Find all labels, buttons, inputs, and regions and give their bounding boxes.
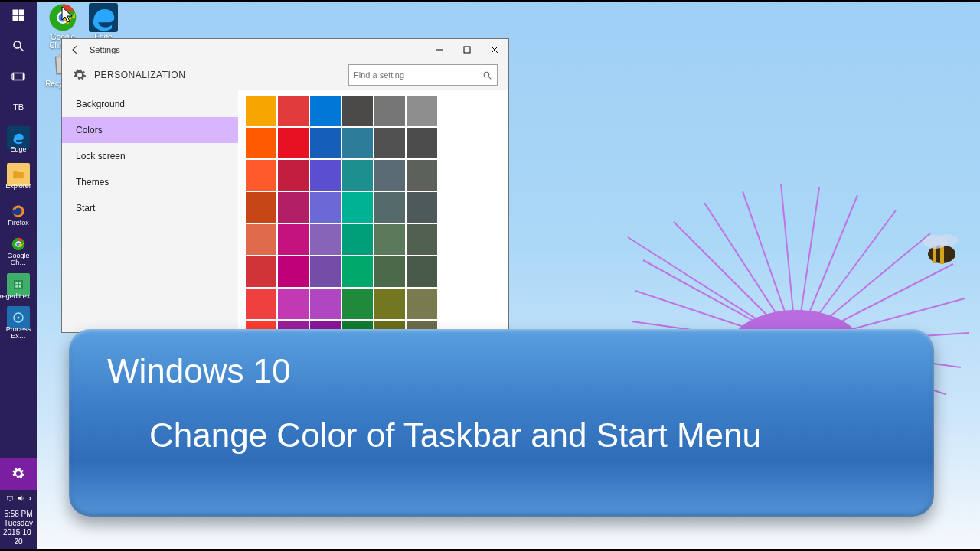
color-swatch-36[interactable] bbox=[246, 289, 276, 319]
regedit-taskbar[interactable]: regedit.ex… bbox=[0, 269, 37, 306]
settings-content bbox=[238, 90, 508, 332]
color-swatch-41[interactable] bbox=[407, 289, 437, 319]
gear-icon bbox=[73, 68, 87, 82]
nav-themes[interactable]: Themes bbox=[62, 169, 238, 195]
nav-background[interactable]: Background bbox=[62, 91, 238, 117]
taskview-button[interactable] bbox=[0, 61, 37, 92]
search-button[interactable] bbox=[0, 31, 37, 61]
color-swatch-39[interactable] bbox=[342, 289, 373, 319]
system-tray[interactable]: › bbox=[0, 490, 37, 507]
settings-header: PERSONALIZATION bbox=[62, 60, 508, 90]
settings-window: Settings PERSONALIZATION Background Colo… bbox=[61, 38, 509, 333]
svg-rect-40 bbox=[14, 280, 23, 289]
procexp-taskbar[interactable]: Process Ex… bbox=[0, 306, 37, 343]
minimize-button[interactable] bbox=[426, 39, 453, 60]
color-swatch-8[interactable] bbox=[310, 128, 341, 158]
color-swatch-5[interactable] bbox=[407, 96, 437, 126]
color-swatch-1[interactable] bbox=[278, 96, 309, 126]
letterbox-top bbox=[0, 0, 980, 2]
svg-rect-42 bbox=[19, 282, 21, 284]
clock-time: 5:58 PM bbox=[0, 510, 37, 519]
volume-icon[interactable] bbox=[17, 494, 26, 503]
color-swatch-0[interactable] bbox=[246, 96, 276, 126]
color-swatch-6[interactable] bbox=[246, 128, 276, 158]
color-swatch-34[interactable] bbox=[374, 256, 405, 287]
mouse-cursor bbox=[61, 6, 75, 24]
firefox-taskbar[interactable]: Firefox bbox=[0, 196, 37, 233]
color-swatch-26[interactable] bbox=[310, 224, 341, 255]
color-swatch-20[interactable] bbox=[310, 192, 341, 223]
color-swatch-12[interactable] bbox=[246, 160, 276, 191]
search-input[interactable] bbox=[354, 70, 482, 80]
svg-rect-30 bbox=[19, 16, 24, 21]
accent-color-grid bbox=[246, 96, 501, 332]
color-swatch-14[interactable] bbox=[310, 160, 341, 191]
color-swatch-2[interactable] bbox=[310, 96, 341, 126]
color-swatch-7[interactable] bbox=[278, 128, 309, 158]
svg-rect-28 bbox=[19, 10, 24, 15]
nav-colors[interactable]: Colors bbox=[62, 117, 238, 143]
color-swatch-13[interactable] bbox=[278, 160, 309, 191]
color-swatch-10[interactable] bbox=[374, 128, 405, 158]
window-title: Settings bbox=[88, 45, 120, 54]
svg-line-32 bbox=[20, 47, 24, 51]
color-swatch-17[interactable] bbox=[407, 160, 437, 191]
back-button[interactable] bbox=[62, 39, 88, 60]
close-button[interactable] bbox=[481, 39, 508, 60]
color-swatch-37[interactable] bbox=[278, 289, 309, 319]
color-swatch-28[interactable] bbox=[374, 224, 405, 255]
color-swatch-38[interactable] bbox=[310, 289, 341, 319]
search-box[interactable] bbox=[348, 64, 498, 86]
clock-day: Tuesday bbox=[0, 519, 37, 528]
chrome-taskbar[interactable]: Google Ch… bbox=[0, 233, 37, 269]
start-button[interactable] bbox=[0, 0, 37, 31]
nav-start[interactable]: Start bbox=[62, 195, 238, 221]
color-swatch-15[interactable] bbox=[342, 160, 373, 191]
color-swatch-19[interactable] bbox=[278, 192, 309, 223]
svg-line-58 bbox=[488, 77, 491, 79]
tb-text[interactable]: TB bbox=[0, 92, 37, 122]
color-swatch-24[interactable] bbox=[246, 224, 276, 255]
clock-date: 2015-10-20 bbox=[0, 528, 37, 546]
svg-rect-54 bbox=[464, 47, 470, 53]
tray-overflow-icon[interactable]: › bbox=[28, 493, 31, 504]
caption-line-1: Windows 10 bbox=[107, 352, 896, 390]
svg-rect-44 bbox=[19, 285, 21, 287]
svg-rect-47 bbox=[8, 497, 13, 500]
color-swatch-4[interactable] bbox=[374, 96, 405, 126]
maximize-button[interactable] bbox=[453, 39, 481, 60]
svg-rect-41 bbox=[15, 282, 18, 284]
color-swatch-22[interactable] bbox=[374, 192, 405, 223]
search-icon bbox=[482, 70, 492, 80]
color-swatch-3[interactable] bbox=[342, 96, 373, 126]
edge-shortcut[interactable]: Edge bbox=[83, 3, 124, 42]
color-swatch-9[interactable] bbox=[342, 128, 373, 158]
svg-point-57 bbox=[484, 72, 489, 77]
color-swatch-11[interactable] bbox=[407, 128, 437, 158]
svg-rect-27 bbox=[13, 10, 18, 15]
nav-lockscreen[interactable]: Lock screen bbox=[62, 143, 238, 169]
color-swatch-25[interactable] bbox=[278, 224, 309, 255]
color-swatch-40[interactable] bbox=[374, 289, 405, 319]
color-swatch-33[interactable] bbox=[342, 256, 373, 287]
caption-line-2: Change Color of Taskbar and Start Menu bbox=[107, 416, 896, 455]
color-swatch-29[interactable] bbox=[407, 224, 437, 255]
explorer-taskbar[interactable]: Explorer bbox=[0, 159, 37, 196]
color-swatch-23[interactable] bbox=[407, 192, 437, 223]
color-swatch-31[interactable] bbox=[278, 256, 309, 287]
color-swatch-18[interactable] bbox=[246, 192, 276, 223]
svg-rect-48 bbox=[9, 500, 11, 501]
titlebar[interactable]: Settings bbox=[62, 39, 508, 60]
network-icon[interactable] bbox=[5, 494, 15, 503]
color-swatch-32[interactable] bbox=[310, 256, 341, 287]
color-swatch-16[interactable] bbox=[374, 160, 405, 191]
svg-rect-43 bbox=[15, 285, 18, 287]
color-swatch-35[interactable] bbox=[407, 256, 437, 287]
settings-nav: Background Colors Lock screen Themes Sta… bbox=[62, 90, 238, 332]
settings-tile[interactable] bbox=[0, 458, 37, 490]
color-swatch-30[interactable] bbox=[246, 256, 276, 287]
color-swatch-27[interactable] bbox=[342, 224, 373, 255]
color-swatch-21[interactable] bbox=[342, 192, 373, 223]
edge-taskbar[interactable]: Edge bbox=[0, 122, 37, 159]
taskbar-clock[interactable]: 5:58 PM Tuesday 2015-10-20 bbox=[0, 507, 37, 551]
